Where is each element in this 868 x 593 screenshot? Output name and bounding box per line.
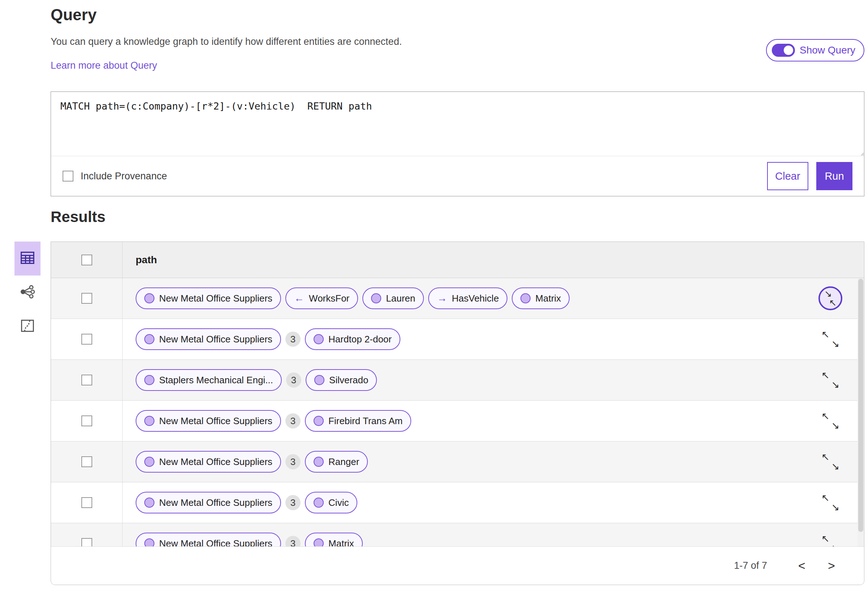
learn-more-link[interactable]: Learn more about Query (51, 60, 157, 71)
table-row: New Metal Office Suppliers3Ranger↖↘ (51, 441, 864, 482)
entity-pill[interactable]: Lauren (362, 288, 424, 309)
entity-pill[interactable]: Ranger (305, 451, 368, 473)
entity-pill[interactable]: Firebird Trans Am (305, 410, 411, 432)
expand-row-button[interactable]: ↖↘ (821, 453, 840, 471)
row-checkbox-cell (51, 482, 123, 523)
row-checkbox-cell (51, 401, 123, 441)
show-query-toggle[interactable]: Show Query (766, 39, 864, 62)
results-title: Results (51, 208, 106, 226)
path-cell: New Metal Office Suppliers3Ranger (123, 441, 803, 482)
row-checkbox[interactable] (81, 334, 92, 345)
page-title: Query (51, 6, 97, 24)
results-table: path New Metal Office Suppliers←WorksFor… (51, 242, 864, 585)
arrow-nw-icon: ↖ (829, 298, 837, 308)
entity-pill[interactable]: Silverado (306, 369, 377, 391)
select-all-cell (51, 242, 123, 278)
row-checkbox[interactable] (81, 497, 92, 508)
row-checkbox-cell (51, 278, 123, 319)
entity-pill[interactable]: Hardtop 2-door (305, 328, 400, 350)
table-row: Staplers Mechanical Engi...3Silverado↖↘ (51, 360, 864, 401)
relationship-pill[interactable]: →HasVehicle (428, 288, 508, 309)
page-description: You can query a knowledge graph to ident… (51, 36, 402, 47)
entity-pill[interactable]: New Metal Office Suppliers (136, 288, 281, 309)
entity-pill[interactable]: Staplers Mechanical Engi... (136, 369, 282, 391)
toggle-switch-icon[interactable] (772, 44, 795, 57)
arrow-se-icon: ↘ (831, 502, 840, 513)
arrow-se-icon: ↘ (831, 420, 840, 431)
collapsed-relationships-count[interactable]: 3 (285, 454, 301, 469)
expand-row-button[interactable]: ↖↘ (821, 494, 840, 512)
expand-row-button[interactable]: ↖↘ (821, 534, 840, 546)
previous-page-button[interactable]: < (790, 554, 813, 577)
include-provenance-label: Include Provenance (81, 171, 167, 182)
entity-node-icon (144, 334, 154, 344)
vertical-scrollbar[interactable] (858, 278, 864, 546)
collapsed-relationships-count[interactable]: 3 (285, 495, 301, 510)
row-checkbox-cell (51, 319, 123, 359)
entity-pill[interactable]: New Metal Office Suppliers (136, 533, 281, 546)
collapsed-relationships-count[interactable]: 3 (285, 536, 301, 546)
arrow-left-icon: ← (294, 293, 304, 303)
sidebar-item-map-view[interactable] (15, 310, 40, 344)
arrow-se-icon: ↘ (831, 461, 840, 472)
arrow-right-icon: → (437, 293, 447, 303)
next-page-button[interactable]: > (820, 554, 843, 577)
table-row: New Metal Office Suppliers3Civic↖↘ (51, 482, 864, 523)
expand-row-button[interactable]: ↖↘ (821, 371, 840, 389)
row-checkbox[interactable] (81, 538, 92, 546)
entity-pill[interactable]: Matrix (305, 533, 363, 546)
scrollbar-thumb[interactable] (858, 279, 863, 532)
row-checkbox[interactable] (81, 416, 92, 426)
run-button[interactable]: Run (816, 162, 852, 190)
entity-node-icon (314, 334, 324, 344)
entity-node-icon (314, 375, 325, 385)
entity-node-icon (144, 538, 154, 546)
entity-node-icon (314, 457, 324, 467)
expand-row-button[interactable]: ↖↘ (821, 330, 840, 348)
include-provenance-checkbox[interactable] (63, 171, 74, 181)
query-buttons: Clear Run (767, 162, 852, 190)
arrow-nw-icon: ↖ (821, 370, 830, 381)
collapse-row-button[interactable]: ↘↖ (818, 286, 842, 310)
entity-node-icon (314, 538, 324, 546)
entity-node-icon (144, 457, 154, 467)
pill-label: Ranger (328, 456, 359, 468)
path-column-header: path (123, 242, 157, 278)
entity-pill[interactable]: New Metal Office Suppliers (136, 328, 281, 350)
pill-label: New Metal Office Suppliers (159, 416, 272, 427)
entity-pill[interactable]: Matrix (512, 288, 570, 309)
entity-pill[interactable]: New Metal Office Suppliers (136, 451, 281, 473)
arrow-nw-icon: ↖ (821, 329, 830, 340)
collapsed-relationships-count[interactable]: 3 (285, 413, 301, 428)
query-input[interactable]: MATCH path=(c:Company)-[r*2]-(v:Vehicle)… (51, 92, 864, 156)
path-cell: New Metal Office Suppliers3Civic (123, 482, 803, 523)
path-cell: New Metal Office Suppliers3Hardtop 2-doo… (123, 319, 803, 359)
row-checkbox[interactable] (81, 456, 92, 467)
select-all-checkbox[interactable] (81, 255, 92, 266)
row-checkbox[interactable] (81, 375, 92, 385)
entity-pill[interactable]: New Metal Office Suppliers (136, 410, 281, 432)
pill-label: Civic (328, 497, 348, 508)
table-body: New Metal Office Suppliers←WorksForLaure… (51, 278, 864, 546)
row-checkbox[interactable] (81, 293, 92, 304)
entity-pill[interactable]: Civic (305, 492, 357, 513)
collapsed-relationships-count[interactable]: 3 (285, 332, 301, 347)
sidebar-item-table-view[interactable] (15, 242, 40, 276)
collapsed-relationships-count[interactable]: 3 (286, 372, 301, 388)
pill-label: Lauren (386, 293, 415, 304)
clear-button[interactable]: Clear (767, 162, 808, 190)
pill-label: Staplers Mechanical Engi... (159, 375, 273, 386)
entity-pill[interactable]: New Metal Office Suppliers (136, 492, 281, 513)
pill-label: New Metal Office Suppliers (159, 334, 272, 345)
arrow-nw-icon: ↖ (821, 492, 830, 504)
entity-node-icon (371, 293, 381, 303)
path-cell: New Metal Office Suppliers3Matrix (123, 523, 803, 546)
pill-label: WorksFor (309, 293, 349, 304)
relationship-pill[interactable]: ←WorksFor (285, 288, 358, 309)
entity-node-icon (144, 375, 154, 385)
expand-row-button[interactable]: ↖↘ (821, 412, 840, 430)
expand-cell: ↖↘ (803, 482, 858, 523)
show-query-label: Show Query (800, 44, 855, 56)
sidebar-item-link-chart-view[interactable] (15, 276, 40, 310)
arrow-nw-icon: ↖ (821, 533, 830, 544)
